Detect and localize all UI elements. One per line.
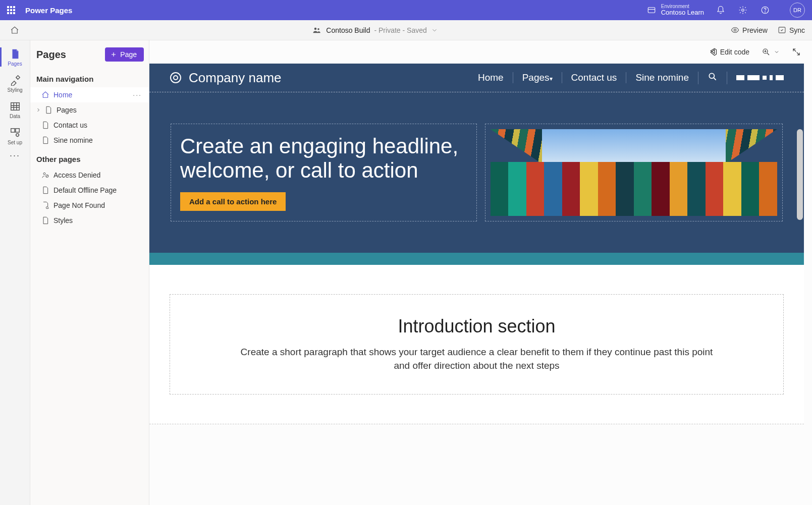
intro-box[interactable]: Introduction section Create a short para… [170,294,784,395]
svg-point-14 [46,207,48,209]
svg-point-4 [314,27,317,30]
svg-point-16 [171,73,181,83]
page-icon [44,106,52,114]
site-state: - Private - Saved [374,26,426,34]
sidebar-title: Pages [36,49,66,61]
tree-contact[interactable]: Contact us [30,118,149,133]
environment-label: Environment [661,4,704,9]
tree-pages[interactable]: Pages [30,102,149,118]
eye-icon [731,26,739,34]
preview-button[interactable]: Preview [731,26,768,34]
page-icon [41,186,49,194]
setup-icon [10,127,21,138]
site-company-name[interactable]: Company name [189,70,462,86]
add-page-label: Page [120,50,137,59]
preview-label: Preview [742,26,768,34]
hero-cta-button[interactable]: Add a call to action here [180,192,286,211]
site-nav: Home Pages▾ Contact us Sine nomine [469,72,784,84]
site-nav-pages[interactable]: Pages▾ [513,72,562,83]
tree-home-menu[interactable]: ··· [133,91,142,99]
home-icon[interactable] [10,26,19,35]
intro-title[interactable]: Introduction section [185,316,768,337]
people-icon [312,26,322,35]
add-page-button[interactable]: Page [105,47,144,62]
sync-button[interactable]: Sync [778,26,805,34]
tree-sine[interactable]: Sine nomine [30,133,149,148]
canvas-toolbar: Edit code [149,40,812,64]
hero-text-box[interactable]: Create an engaging headline, welcome, or… [171,124,477,221]
chevron-down-icon[interactable] [431,27,438,34]
svg-rect-8 [11,103,19,110]
site-preview: Company name Home Pages▾ Contact us Sine… [149,64,804,424]
page-icon [41,216,49,225]
zoom-button[interactable] [762,47,780,57]
expand-button[interactable] [792,47,801,57]
data-icon [10,101,21,112]
pages-icon [10,48,21,60]
tree-access-denied[interactable]: Access Denied [30,167,149,183]
hero-image [491,129,778,216]
site-nav-misc[interactable] [727,75,784,80]
app-brand: Power Pages [25,6,72,15]
tree-pages-label: Pages [57,106,77,114]
svg-point-5 [318,28,320,30]
edit-code-button[interactable]: Edit code [708,47,749,57]
rail-data-label: Data [10,114,20,119]
rail-more[interactable]: ··· [10,150,20,161]
sync-icon [778,26,786,34]
page-icon [41,136,49,144]
tree-notfound[interactable]: Page Not Found [30,198,149,213]
site-search-icon[interactable] [698,72,727,84]
tree-access-label: Access Denied [53,171,100,179]
site-header[interactable]: Company name Home Pages▾ Contact us Sine… [149,64,804,92]
hero-section[interactable]: Create an engaging headline, welcome, or… [149,92,804,253]
intro-section[interactable]: Introduction section Create a short para… [149,265,804,424]
zoom-icon [762,47,771,57]
svg-point-3 [765,12,766,12]
tree-main-nav: Home ··· Pages Contact us Sine nomine [30,87,149,148]
rail-setup-label: Set up [8,140,22,145]
rail-data[interactable]: Data [0,97,30,122]
hero-headline[interactable]: Create an engaging headline, welcome, or… [180,134,467,183]
notifications-icon[interactable] [716,6,725,15]
workspace: Edit code Company name Home Pages▾ Conta… [149,40,812,505]
access-icon [41,171,49,179]
expand-icon[interactable] [35,107,41,113]
tree-styles[interactable]: Styles [30,213,149,228]
site-nav-contact[interactable]: Contact us [562,72,627,83]
tree-home-label: Home [53,91,72,99]
canvas-scrollbar[interactable] [797,129,803,220]
rail-styling[interactable]: Styling [0,71,30,96]
tree-styles-label: Styles [53,216,73,225]
pages-sidebar: Pages Page Main navigation Home ··· Page… [30,40,149,505]
site-name: Contoso Build [326,26,370,34]
tree-sine-label: Sine nomine [53,136,93,144]
settings-icon[interactable] [738,6,747,15]
rail-pages[interactable]: Pages [0,44,30,70]
help-icon[interactable] [761,6,770,15]
rail-pages-label: Pages [8,61,22,67]
intro-body[interactable]: Create a short paragraph that shows your… [240,345,714,373]
hero-image-box[interactable] [485,124,783,221]
main-area: Pages Styling Data Set up ··· Pages Page… [0,40,812,505]
tree-notfound-label: Page Not Found [53,201,105,209]
svg-rect-9 [11,129,14,132]
environment-picker[interactable]: Environment Contoso Learn [647,4,704,16]
site-nav-home[interactable]: Home [469,72,513,83]
site-nav-sine[interactable]: Sine nomine [626,72,698,83]
tree-home[interactable]: Home ··· [30,87,149,102]
tree-offline[interactable]: Default Offline Page [30,183,149,198]
svg-point-1 [742,9,744,12]
rail-setup[interactable]: Set up [0,123,30,148]
site-logo-icon [170,72,182,84]
section-main-nav: Main navigation [30,68,149,87]
tree-other: Access Denied Default Offline Page Page … [30,167,149,228]
sync-label: Sync [789,26,805,34]
plus-icon [110,51,117,58]
user-avatar[interactable]: DR [790,3,805,18]
expand-icon [792,47,801,57]
tree-offline-label: Default Offline Page [53,186,117,194]
site-breadcrumb[interactable]: Contoso Build - Private - Saved [19,26,731,35]
page-canvas[interactable]: Company name Home Pages▾ Contact us Sine… [149,64,804,505]
app-launcher-icon[interactable] [7,6,15,14]
